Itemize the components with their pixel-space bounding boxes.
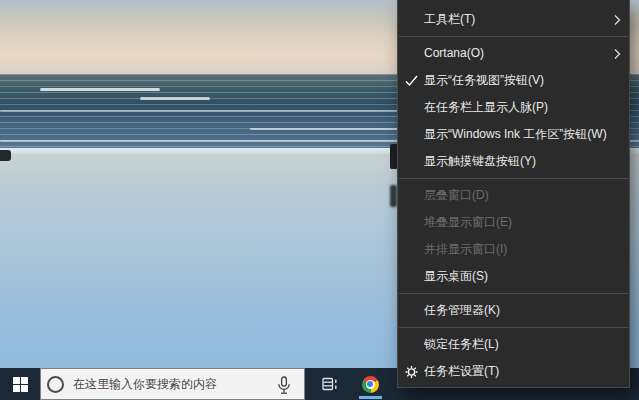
menu-item-label: 任务管理器(K): [424, 303, 500, 317]
menu-item-label: 锁定任务栏(L): [424, 337, 499, 351]
windows-logo-icon: [13, 377, 28, 392]
menu-item-label: 显示桌面(S): [424, 269, 488, 283]
menu-item-label: 任务栏设置(T): [424, 364, 499, 378]
person-reflection: [390, 185, 397, 207]
wave-crest: [0, 110, 400, 112]
menu-item-show-task-view-button[interactable]: 显示“任务视图”按钮(V): [398, 67, 629, 94]
menu-item-lock-taskbar[interactable]: 锁定任务栏(L): [398, 331, 629, 358]
chrome-icon: [362, 376, 379, 393]
chrome-taskbar-button[interactable]: [350, 368, 390, 400]
running-app-underline: [359, 396, 382, 399]
wave-crest: [40, 88, 160, 91]
menu-separator: [399, 327, 628, 328]
rock-silhouette: [0, 150, 11, 161]
microphone-icon[interactable]: [277, 376, 291, 395]
menu-item-show-windows-side-by-side: 并排显示窗口(I): [398, 236, 629, 263]
menu-item-label: 显示“任务视图”按钮(V): [424, 73, 544, 87]
cortana-circle-icon: [47, 376, 64, 393]
search-input[interactable]: 在这里输入你要搜索的内容: [40, 368, 305, 400]
submenu-arrow-icon: [614, 14, 621, 26]
wave-crest: [250, 128, 400, 130]
start-button[interactable]: [0, 368, 40, 400]
wave-crest: [140, 97, 210, 100]
menu-separator: [399, 178, 628, 179]
menu-separator: [399, 293, 628, 294]
menu-item-label: 并排显示窗口(I): [424, 242, 507, 256]
checkmark-icon: [405, 74, 418, 87]
desktop-screen: 工具栏(T) Cortana(O) 显示“任务视图”按钮(V) 在任务栏上显示人…: [0, 0, 639, 400]
submenu-arrow-icon: [614, 48, 621, 60]
menu-item-label: 层叠窗口(D): [424, 188, 489, 202]
taskbar-context-menu: 工具栏(T) Cortana(O) 显示“任务视图”按钮(V) 在任务栏上显示人…: [397, 0, 630, 388]
menu-item-show-people[interactable]: 在任务栏上显示人脉(P): [398, 94, 629, 121]
menu-item-cascade-windows: 层叠窗口(D): [398, 182, 629, 209]
menu-item-task-manager[interactable]: 任务管理器(K): [398, 297, 629, 324]
menu-item-show-touch-keyboard[interactable]: 显示触摸键盘按钮(Y): [398, 148, 629, 175]
task-view-icon: [321, 376, 339, 392]
menu-item-label: 显示触摸键盘按钮(Y): [424, 154, 536, 168]
menu-item-toolbars[interactable]: 工具栏(T): [398, 6, 629, 33]
menu-separator: [399, 36, 628, 37]
menu-item-label: 堆叠显示窗口(E): [424, 215, 512, 229]
menu-item-taskbar-settings[interactable]: 任务栏设置(T): [398, 358, 629, 385]
menu-item-cortana[interactable]: Cortana(O): [398, 40, 629, 67]
menu-item-show-desktop[interactable]: 显示桌面(S): [398, 263, 629, 290]
gear-icon: [405, 365, 418, 378]
menu-item-label: 在任务栏上显示人脉(P): [424, 100, 548, 114]
search-placeholder: 在这里输入你要搜索的内容: [73, 369, 217, 400]
menu-item-show-windows-stacked: 堆叠显示窗口(E): [398, 209, 629, 236]
menu-item-show-windows-ink[interactable]: 显示“Windows Ink 工作区”按钮(W): [398, 121, 629, 148]
menu-item-label: Cortana(O): [424, 46, 484, 60]
menu-item-label: 工具栏(T): [424, 12, 475, 26]
menu-item-label: 显示“Windows Ink 工作区”按钮(W): [424, 127, 607, 141]
task-view-button[interactable]: [310, 368, 350, 400]
